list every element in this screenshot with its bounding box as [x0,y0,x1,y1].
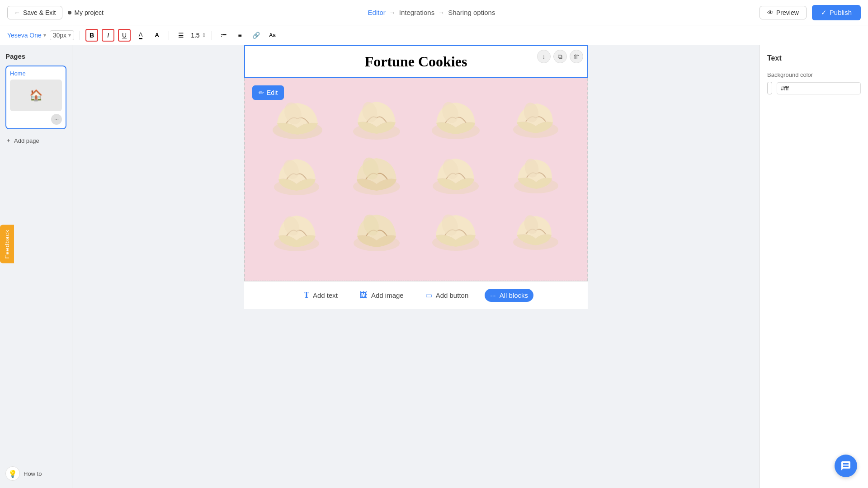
how-to-button[interactable]: 💡 How to [5,466,42,481]
divider-2 [169,31,169,40]
save-exit-label: Save & Exit [23,9,56,16]
add-image-button[interactable]: 🖼 Add image [354,288,409,303]
cookie-11 [421,208,490,253]
nav-center: Editor → Integrations → Sharing options [109,9,754,16]
preview-label: Preview [776,9,799,16]
image-block: ✏ Edit [244,78,588,281]
chevron-size-icon: ▾ [68,32,71,38]
ordered-list-button[interactable]: ≔ [217,29,230,42]
add-page-button[interactable]: ＋ Add page [5,135,66,146]
page-home-label: Home [10,70,26,77]
link-icon: 🔗 [252,32,260,39]
underline-button[interactable]: U [118,29,131,42]
duplicate-button[interactable]: ⧉ [553,50,567,63]
button-icon: ▭ [425,291,432,300]
edit-image-button[interactable]: ✏ Edit [252,85,284,100]
italic-button[interactable]: I [102,29,114,42]
line-height-arrows[interactable]: ⇕ [202,32,206,38]
font-family-select[interactable]: Yeseva One ▾ [7,32,46,39]
right-panel: Text Background color [760,45,868,488]
italic-label: I [107,32,109,39]
color-input[interactable] [777,82,861,94]
lightbulb-icon: 💡 [5,466,20,481]
arrow-2: → [438,9,444,16]
cookie-2 [342,96,410,141]
formatting-toolbar: Yeseva One ▾ 30px ▾ B I U A A ☰ 1.5 ⇕ ≔ … [0,25,868,45]
add-text-button[interactable]: T Add text [298,288,343,303]
page-title: Fortune Cookies [356,46,476,77]
cookie-7 [421,152,490,197]
project-name-label: My project [74,9,104,16]
dots-icon: ··· [490,291,496,299]
page-options-button[interactable]: ··· [51,114,62,125]
cookie-8 [500,152,569,197]
align-button[interactable]: ☰ [175,29,187,42]
panel-title: Text [767,54,861,62]
preview-button[interactable]: 👁 Preview [760,6,807,19]
publish-button[interactable]: ✓ Publish [812,5,861,20]
top-nav: ← Save & Exit My project Editor → Integr… [0,0,868,25]
left-sidebar: Pages Home 🏠 ··· ＋ Add page 💡 How to [0,45,72,488]
cookie-5 [263,152,331,197]
page-thumbnail-home[interactable]: Home 🏠 ··· [5,66,66,129]
image-icon: 🖼 [359,291,368,300]
bottom-toolbar: T Add text 🖼 Add image ▭ Add button ··· … [244,281,588,309]
pages-title: Pages [5,52,66,60]
font-size-label: 30px [53,32,66,39]
add-image-label: Add image [371,291,404,299]
save-exit-button[interactable]: ← Save & Exit [7,6,62,19]
font-color-button[interactable]: A [134,29,147,42]
link-button[interactable]: 🔗 [250,29,263,42]
pencil-icon: ✏ [259,89,264,96]
divider-1 [80,31,80,40]
line-height-value: 1.5 [191,32,199,39]
page-thumb-preview: 🏠 [10,80,62,111]
text-icon: T [304,291,309,300]
main-area: Pages Home 🏠 ··· ＋ Add page 💡 How to Fee… [0,45,868,488]
ordered-list-icon: ≔ [221,32,227,39]
underline-label: U [122,32,127,39]
check-icon: ✓ [821,9,827,17]
dot-icon [68,11,71,14]
cookie-1 [263,96,331,141]
canvas-area: Fortune Cookies ↓ ⧉ 🗑 ✏ Edit [72,45,760,488]
unordered-list-icon: ≡ [238,32,242,39]
color-swatch[interactable] [767,82,772,94]
move-down-button[interactable]: ↓ [537,50,551,63]
feedback-tab[interactable]: Feedback [0,225,14,263]
block-actions: ↓ ⧉ 🗑 [537,50,583,63]
home-icon: 🏠 [29,89,43,102]
cookie-12 [500,208,569,253]
cookie-6 [342,152,410,197]
text-block[interactable]: Fortune Cookies ↓ ⧉ 🗑 [244,45,588,78]
arrow-1: → [389,9,396,16]
add-text-label: Add text [313,291,338,299]
bg-color-label: Background color [767,71,861,78]
font-bg-button[interactable]: A [151,29,163,42]
all-blocks-label: All blocks [500,291,528,299]
case-icon: Aa [269,32,276,38]
plus-icon: ＋ [5,136,11,145]
chat-button[interactable] [835,455,857,477]
bold-button[interactable]: B [85,29,98,42]
add-button-label: Add button [436,291,469,299]
editor-link[interactable]: Editor [368,9,386,16]
delete-button[interactable]: 🗑 [570,50,583,63]
align-icon: ☰ [178,32,184,39]
font-family-label: Yeseva One [7,32,42,39]
nav-right: 👁 Preview ✓ Publish [760,5,861,20]
add-page-label: Add page [14,137,39,144]
case-button[interactable]: Aa [266,29,279,42]
all-blocks-button[interactable]: ··· All blocks [485,289,533,302]
font-color-icon: A [139,31,143,39]
add-button-button[interactable]: ▭ Add button [420,288,474,302]
publish-label: Publish [830,9,852,16]
sharing-link[interactable]: Sharing options [448,9,495,16]
cookie-grid [245,78,587,281]
integrations-link[interactable]: Integrations [399,9,434,16]
cookie-4 [500,96,569,141]
font-size-select[interactable]: 30px ▾ [50,30,74,40]
edit-label: Edit [267,89,278,96]
font-bg-icon: A [155,32,159,38]
unordered-list-button[interactable]: ≡ [234,29,246,42]
